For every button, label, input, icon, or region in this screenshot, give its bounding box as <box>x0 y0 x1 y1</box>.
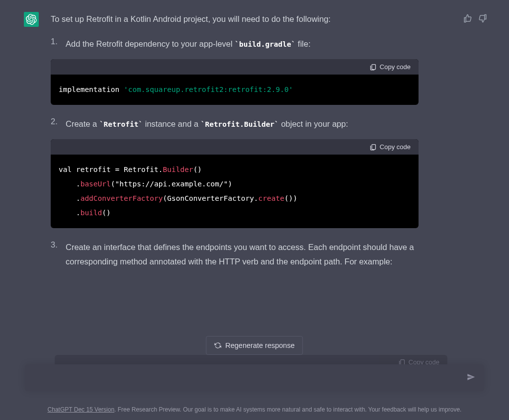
thumbs-up-button[interactable] <box>463 14 472 23</box>
step-1-text: Add the Retrofit dependency to your app-… <box>66 37 419 51</box>
assistant-avatar <box>24 12 39 27</box>
feedback-buttons <box>463 14 487 23</box>
message-content: To set up Retrofit in a Kotlin Android p… <box>51 12 448 281</box>
code-block-2: Copy code val retrofit = Retrofit.Builde… <box>51 139 419 228</box>
thumbs-down-icon <box>478 14 487 23</box>
footer: ChatGPT Dec 15 Version. Free Research Pr… <box>10 406 499 413</box>
step-3-text: Create an interface that defines the end… <box>66 240 419 269</box>
svg-rect-0 <box>372 64 376 69</box>
assistant-message: To set up Retrofit in a Kotlin Android p… <box>0 0 509 281</box>
step-3: Create an interface that defines the end… <box>51 240 419 269</box>
svg-rect-1 <box>372 144 376 149</box>
clipboard-icon <box>369 63 377 71</box>
copy-code-button[interactable]: Copy code <box>369 63 411 71</box>
clipboard-icon <box>369 143 377 151</box>
openai-logo-icon <box>26 14 37 25</box>
code-body: val retrofit = Retrofit.Builder() .baseU… <box>51 155 419 228</box>
copy-code-button[interactable]: Copy code <box>369 143 411 151</box>
version-link[interactable]: ChatGPT Dec 15 Version <box>48 406 115 413</box>
code-header: Copy code <box>51 139 419 155</box>
step-2: Create a `Retrofit` instance and a `Retr… <box>51 117 419 228</box>
svg-rect-2 <box>401 359 405 364</box>
inline-code: `build.gradle` <box>235 40 295 48</box>
refresh-icon <box>214 342 221 349</box>
thumbs-up-icon <box>463 14 472 23</box>
footer-disclaimer: . Free Research Preview. Our goal is to … <box>114 406 461 413</box>
send-icon <box>467 373 475 381</box>
step-1: Add the Retrofit dependency to your app-… <box>51 37 419 105</box>
code-header: Copy code <box>51 59 419 75</box>
send-button[interactable] <box>465 371 477 385</box>
inline-code: `Retrofit` <box>99 120 143 128</box>
code-block-1: Copy code implementation 'com.squareup.r… <box>51 59 419 105</box>
intro-text: To set up Retrofit in a Kotlin Android p… <box>51 12 419 26</box>
step-2-text: Create a `Retrofit` instance and a `Retr… <box>66 117 419 131</box>
thumbs-down-button[interactable] <box>478 14 487 23</box>
message-input-container <box>25 364 484 391</box>
inline-code: `Retrofit.Builder` <box>201 120 279 128</box>
message-input[interactable] <box>33 373 459 382</box>
regenerate-button[interactable]: Regenerate response <box>206 336 303 355</box>
steps-list: Add the Retrofit dependency to your app-… <box>51 37 419 269</box>
code-body: implementation 'com.squareup.retrofit2:r… <box>51 75 419 105</box>
